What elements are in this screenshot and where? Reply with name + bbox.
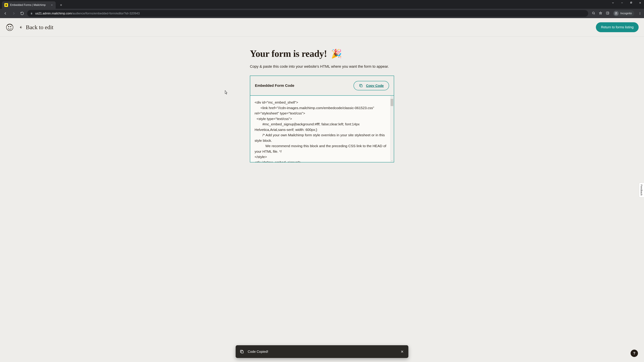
browser-toolbar: us21.admin.mailchimp.com/audience/forms/… [0, 9, 644, 18]
page-title: Your form is ready! [250, 48, 327, 59]
mailchimp-favicon [4, 3, 8, 7]
scrollbar-thumb[interactable] [390, 99, 393, 106]
tab-strip: Embedded Forms | Mailchimp [0, 0, 644, 9]
help-fab[interactable]: ? [630, 350, 638, 357]
page-subhead: Copy & paste this code into your website… [250, 64, 394, 69]
svg-point-11 [6, 24, 13, 31]
forward-icon[interactable] [10, 10, 17, 17]
tab-search-icon[interactable] [612, 1, 614, 4]
code-body[interactable]: <div id="mc_embed_shell"> <link href="//… [250, 96, 394, 162]
browser-chrome: Embedded Forms | Mailchimp us21.admin.ma… [0, 0, 644, 18]
search-icon[interactable] [592, 11, 595, 15]
svg-rect-3 [630, 2, 632, 3]
copy-code-label: Copy Code [366, 84, 384, 88]
embedded-code-card: Embedded Form Code Copy Code <div id="mc… [250, 76, 394, 162]
vertical-scrollbar[interactable] [390, 96, 394, 162]
browser-tab-active[interactable]: Embedded Forms | Mailchimp [2, 1, 56, 9]
svg-point-2 [6, 5, 6, 5]
url-text: us21.admin.mailchimp.com/audience/forms/… [35, 12, 140, 15]
minimize-icon[interactable] [620, 1, 624, 4]
scroll-down-icon[interactable] [390, 159, 394, 162]
svg-rect-15 [241, 351, 243, 353]
toolbar-right: Incognito [590, 10, 642, 16]
window-controls [612, 1, 642, 4]
bookmark-icon[interactable] [599, 11, 602, 15]
svg-point-0 [5, 4, 7, 6]
copy-icon [240, 350, 244, 354]
incognito-chip[interactable]: Incognito [613, 10, 634, 16]
incognito-icon [614, 11, 619, 16]
main-content: Your form is ready! 🎉 Copy & paste this … [250, 36, 394, 189]
svg-rect-7 [606, 12, 609, 14]
copy-icon [359, 84, 363, 88]
back-to-edit-label: Back to edit [26, 24, 53, 30]
scroll-up-icon[interactable] [390, 96, 394, 98]
reload-icon[interactable] [19, 10, 26, 17]
svg-point-1 [6, 5, 6, 5]
svg-point-9 [640, 13, 640, 14]
mailchimp-logo[interactable] [5, 23, 14, 32]
svg-point-12 [8, 26, 9, 27]
svg-point-10 [640, 14, 640, 14]
code-card-header: Embedded Form Code Copy Code [250, 76, 394, 96]
address-bar[interactable]: us21.admin.mailchimp.com/audience/forms/… [27, 10, 588, 17]
page: Back to edit Return to forms listing You… [0, 18, 644, 362]
incognito-label: Incognito [620, 12, 632, 15]
side-panel-icon[interactable] [606, 11, 609, 15]
back-icon[interactable] [2, 10, 9, 17]
toast-message: Code Copied! [248, 350, 396, 354]
arrow-left-icon [19, 25, 23, 29]
app-header: Back to edit Return to forms listing [0, 18, 644, 36]
close-tab-icon[interactable] [50, 3, 53, 6]
feedback-tab[interactable]: Feedback [639, 183, 644, 197]
scrollbar-track[interactable] [390, 98, 394, 159]
confetti-icon: 🎉 [331, 49, 342, 59]
lock-icon [30, 12, 33, 15]
copy-code-button[interactable]: Copy Code [354, 81, 389, 90]
svg-point-6 [592, 12, 594, 14]
svg-rect-14 [360, 85, 362, 87]
svg-point-8 [640, 12, 640, 13]
maximize-icon[interactable] [630, 1, 632, 4]
return-to-forms-button[interactable]: Return to forms listing [596, 22, 639, 32]
code-card-title: Embedded Form Code [255, 83, 294, 88]
close-window-icon[interactable] [639, 1, 642, 4]
svg-point-13 [10, 26, 11, 27]
back-to-edit-link[interactable]: Back to edit [19, 24, 53, 30]
toast-code-copied: Code Copied! [236, 345, 408, 358]
toast-close-icon[interactable] [400, 350, 404, 354]
svg-rect-4 [631, 2, 632, 3]
tab-title: Embedded Forms | Mailchimp [10, 3, 48, 6]
svg-rect-5 [31, 13, 32, 14]
new-tab-button[interactable] [58, 2, 64, 8]
kebab-menu-icon[interactable] [638, 11, 642, 15]
